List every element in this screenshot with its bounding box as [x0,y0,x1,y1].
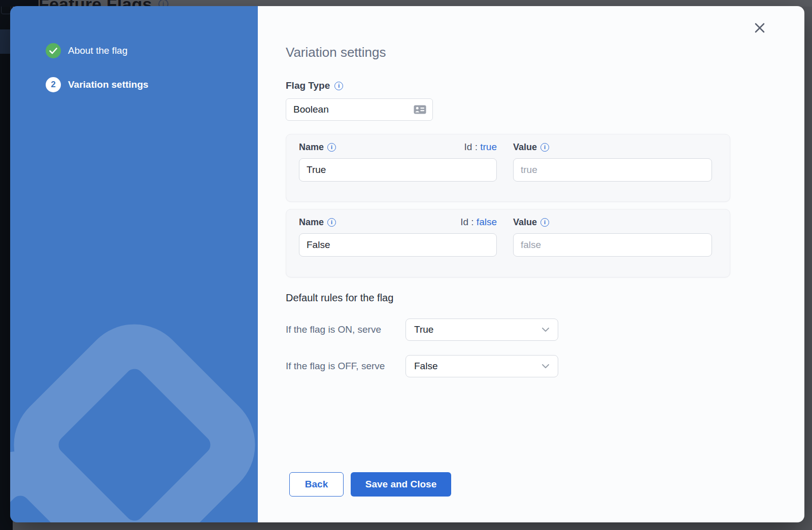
variation-card-labels: Name i Id : true Value i [299,142,712,153]
variation-value-input[interactable] [513,158,712,182]
flag-type-picker-icon [413,104,427,115]
variation-card-true: Name i Id : true Value i [286,134,730,202]
value-label: Value i [513,217,549,228]
page-title: Variation settings [286,45,386,60]
screen: Feature Flags i [0,0,812,530]
id-label-text: Id : [460,217,473,227]
chevron-down-icon [542,364,550,369]
close-icon[interactable] [753,21,767,35]
create-flag-modal: About the flag 2 Variation settings Vari… [10,6,804,522]
rule-on-label: If the flag is ON, serve [286,319,381,341]
info-icon: i [540,218,549,227]
step-label: About the flag [68,45,127,56]
id-label-text: Id : [464,142,478,152]
variation-id: Id : true [464,142,497,153]
rule-off-label: If the flag is OFF, serve [286,355,385,377]
id-value-text: false [477,217,497,227]
value-label-text: Value [513,217,537,228]
name-label: Name i [299,217,336,228]
info-icon: i [327,218,336,227]
wizard-steps: About the flag 2 Variation settings [46,43,148,92]
value-label-text: Value [513,142,537,153]
name-label-text: Name [299,142,324,153]
name-label: Name i [299,142,336,153]
chevron-down-icon [542,327,550,332]
off-serve-value: False [414,361,437,372]
id-value-text: true [480,142,497,152]
step-variation-settings[interactable]: 2 Variation settings [46,77,148,92]
default-rules-title: Default rules for the flag [286,292,393,304]
flag-type-select[interactable]: Boolean [286,98,433,121]
info-icon: i [540,143,549,152]
step-completed-check-icon [46,43,61,58]
on-serve-select[interactable]: True [405,319,558,341]
variation-id: Id : false [460,217,497,228]
back-button[interactable]: Back [289,472,344,497]
step-number-badge: 2 [46,77,61,92]
value-label: Value i [513,142,549,153]
save-and-close-button[interactable]: Save and Close [351,472,451,497]
variation-card-false: Name i Id : false Value i [286,209,730,277]
variation-name-input[interactable] [299,233,497,257]
step-label: Variation settings [68,79,148,90]
name-label-text: Name [299,217,324,228]
on-serve-value: True [414,324,433,335]
variation-name-input[interactable] [299,158,497,182]
flag-type-value: Boolean [293,104,329,115]
step-about-the-flag[interactable]: About the flag [46,43,148,58]
flag-type-label-text: Flag Type [286,80,330,91]
variation-card-labels: Name i Id : false Value i [299,217,712,228]
info-icon: i [327,143,336,152]
modal-content-panel: Variation settings Flag Type i Boolean [258,6,804,522]
modal-stepper-panel: About the flag 2 Variation settings [10,6,258,522]
flag-type-label: Flag Type i [286,80,343,91]
info-icon: i [334,82,343,90]
off-serve-select[interactable]: False [405,355,558,377]
variation-value-input[interactable] [513,233,712,257]
